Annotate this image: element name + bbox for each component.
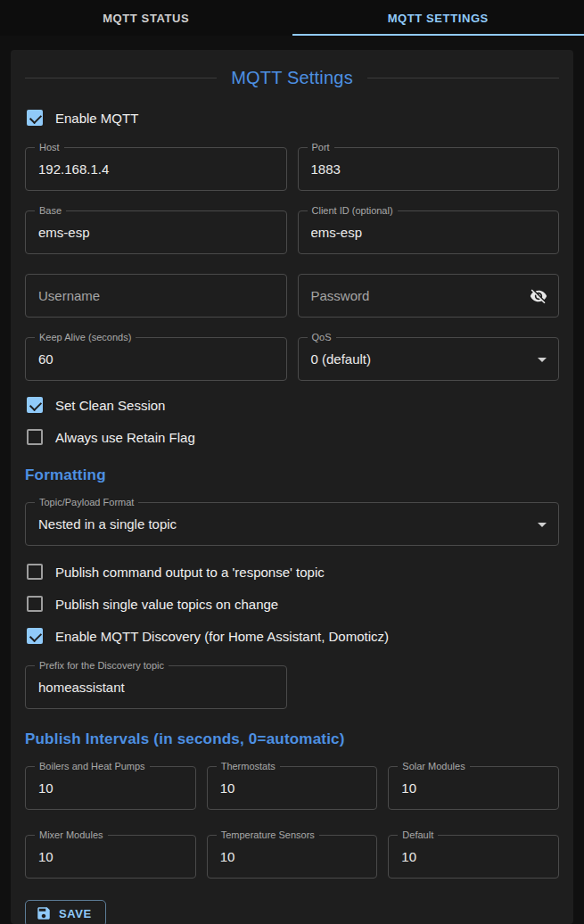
checkbox-label: Set Clean Session: [55, 398, 165, 413]
topic-payload-format-label: Topic/Payload Format: [35, 496, 138, 508]
publish-intervals-heading: Publish Intervals (in seconds, 0=automat…: [25, 730, 559, 748]
checkbox-label: Enable MQTT Discovery (for Home Assistan…: [55, 629, 389, 644]
client-id-input[interactable]: [299, 211, 559, 253]
qos-label: QoS: [308, 331, 336, 343]
tab-label: MQTT STATUS: [103, 12, 189, 25]
visibility-off-icon: [530, 287, 547, 305]
base-label: Base: [35, 204, 66, 217]
checkbox-checked-icon[interactable]: [27, 397, 43, 413]
interval-label: Temperature Sensors: [217, 829, 319, 841]
interval-solar-field: Solar Modules: [388, 766, 559, 810]
formatting-heading: Formatting: [25, 466, 559, 484]
checkbox-set-clean-session[interactable]: Set Clean Session: [25, 397, 559, 413]
checkbox-checked-icon[interactable]: [27, 628, 43, 644]
password-field: [298, 274, 560, 318]
interval-solar-input[interactable]: [389, 767, 558, 809]
interval-boilers-input[interactable]: [26, 767, 195, 809]
checkbox-publish-response-topic[interactable]: Publish command output to a 'response' t…: [25, 564, 559, 580]
interval-label: Thermostats: [217, 760, 280, 772]
interval-label: Boilers and Heat Pumps: [35, 760, 150, 772]
discovery-prefix-label: Prefix for the Discovery topic: [35, 659, 169, 672]
page-title: MQTT Settings: [217, 68, 367, 88]
port-field: Port: [298, 147, 560, 191]
tab-label: MQTT SETTINGS: [388, 12, 489, 25]
interval-temperature-sensors-input[interactable]: [208, 836, 377, 878]
port-input[interactable]: [299, 148, 559, 190]
interval-thermostats-field: Thermostats: [207, 766, 378, 810]
divider: [25, 78, 217, 78]
qos-value: 0 (default): [299, 351, 384, 367]
username-input[interactable]: [26, 275, 286, 317]
checkbox-unchecked-icon[interactable]: [27, 429, 43, 445]
interval-default-field: Default: [388, 835, 559, 879]
interval-mixer-field: Mixer Modules: [25, 835, 196, 879]
checkbox-label: Enable MQTT: [55, 111, 138, 126]
keep-alive-input[interactable]: [26, 338, 286, 380]
port-label: Port: [308, 141, 334, 153]
base-input[interactable]: [26, 211, 286, 253]
save-button-label: SAVE: [59, 907, 92, 920]
interval-default-input[interactable]: [389, 836, 558, 878]
checkbox-unchecked-icon[interactable]: [27, 564, 43, 580]
save-button[interactable]: SAVE: [25, 900, 106, 924]
interval-label: Solar Modules: [398, 760, 469, 772]
tab-bar: MQTT STATUS MQTT SETTINGS: [0, 0, 584, 36]
discovery-prefix-field: Prefix for the Discovery topic: [25, 665, 287, 709]
checkbox-checked-icon[interactable]: [27, 110, 43, 126]
chevron-down-icon: [538, 358, 547, 362]
interval-mixer-input[interactable]: [26, 836, 195, 878]
checkbox-enable-mqtt-discovery[interactable]: Enable MQTT Discovery (for Home Assistan…: [25, 628, 559, 644]
topic-payload-format-select[interactable]: Topic/Payload Format Nested in a single …: [25, 502, 559, 546]
checkbox-enable-mqtt[interactable]: Enable MQTT: [25, 110, 559, 126]
interval-label: Mixer Modules: [35, 829, 108, 841]
client-id-field: Client ID (optional): [298, 210, 560, 254]
interval-label: Default: [398, 829, 438, 841]
username-field: [25, 274, 287, 318]
checkbox-label: Publish single value topics on change: [55, 597, 278, 612]
checkbox-unchecked-icon[interactable]: [27, 596, 43, 612]
base-field: Base: [25, 210, 287, 254]
tab-mqtt-status[interactable]: MQTT STATUS: [0, 0, 292, 36]
interval-boilers-field: Boilers and Heat Pumps: [25, 766, 196, 810]
toggle-password-visibility-button[interactable]: [526, 284, 551, 309]
keep-alive-label: Keep Alive (seconds): [35, 331, 136, 343]
topic-payload-format-value: Nested in a single topic: [26, 516, 189, 532]
host-field: Host: [25, 147, 287, 191]
keep-alive-field: Keep Alive (seconds): [25, 337, 287, 381]
chevron-down-icon: [538, 523, 547, 527]
host-label: Host: [35, 141, 64, 153]
tab-mqtt-settings[interactable]: MQTT SETTINGS: [292, 0, 584, 36]
interval-thermostats-input[interactable]: [208, 767, 377, 809]
settings-card: MQTT Settings Enable MQTT Host Port Base…: [11, 50, 573, 924]
host-input[interactable]: [26, 148, 286, 190]
checkbox-publish-single-value-topics[interactable]: Publish single value topics on change: [25, 596, 559, 612]
divider: [367, 78, 559, 78]
client-id-label: Client ID (optional): [308, 204, 398, 217]
save-icon: [36, 905, 52, 921]
qos-select[interactable]: QoS 0 (default): [298, 337, 560, 381]
password-input[interactable]: [299, 275, 559, 317]
discovery-prefix-input[interactable]: [26, 666, 286, 708]
checkbox-label: Publish command output to a 'response' t…: [55, 565, 325, 580]
checkbox-label: Always use Retain Flag: [55, 430, 195, 445]
interval-temperature-sensors-field: Temperature Sensors: [207, 835, 378, 879]
checkbox-always-use-retain-flag[interactable]: Always use Retain Flag: [25, 429, 559, 445]
page-title-row: MQTT Settings: [25, 68, 559, 88]
